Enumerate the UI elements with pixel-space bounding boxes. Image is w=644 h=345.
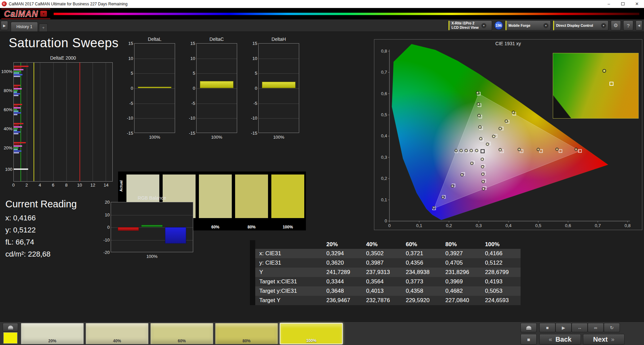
cie-x-tick-label: 0,3 (476, 223, 482, 228)
table-cell: 0,3987 (362, 258, 402, 268)
minimize-button[interactable]: – (602, 0, 616, 8)
transport-eject-button[interactable] (521, 323, 537, 332)
back-button[interactable]: «Back (539, 334, 581, 345)
transport-loop-button[interactable]: ↻ (604, 323, 620, 332)
deltae-ref-line-warn (34, 63, 34, 181)
cie-measured-marker (537, 148, 540, 151)
table-column-header: 40% (362, 240, 402, 249)
rgb-bar-red (118, 227, 139, 231)
deltae-x-tick-label: 6 (52, 183, 54, 188)
deltae-bar (14, 144, 20, 145)
delta-y-tick-label: -5 (249, 101, 257, 106)
gear-icon: ⚙ (613, 22, 618, 28)
cie-measured-marker (482, 180, 485, 183)
rgb-balance-chart: RGB Balance 20100-10-20 100% (101, 195, 195, 259)
table-cell: 0,4166 (481, 249, 521, 258)
pattern-swatch-20%[interactable]: 20% (21, 323, 84, 344)
cie-x-tick-label: 0,6 (565, 223, 571, 228)
deltae-bar-group (14, 85, 112, 96)
pattern-swatch-40%[interactable]: 40% (86, 323, 149, 344)
deltae-chart-title: DeltaE 2000 (13, 55, 113, 61)
table-cell: 0,3927 (441, 249, 481, 258)
current-pattern-swatch[interactable] (3, 332, 17, 344)
calman-logo[interactable]: CalMAN ▼ (1, 9, 50, 19)
logo-menu-chevron-icon[interactable]: ▼ (40, 11, 47, 17)
table-row: Y241,7289237,9313234,8938231,8296228,679… (253, 268, 521, 277)
table-corner-cell (253, 240, 322, 249)
delta-x-label: 100% (196, 135, 237, 140)
sweep-swatch-label: 100% (271, 225, 305, 229)
help-button[interactable]: ? (623, 20, 633, 30)
deltae-bar (14, 71, 21, 72)
settings-gear-button[interactable]: ⚙ (611, 20, 621, 30)
transport-big-stop-button[interactable]: ■ (521, 334, 537, 345)
cie-x-tick-label: 0,2 (446, 223, 452, 228)
pattern-swatch-100%[interactable]: 100% (280, 323, 343, 344)
cie-measured-marker (556, 148, 558, 151)
next-button[interactable]: Next» (583, 334, 625, 345)
cie-measured-marker (481, 158, 484, 161)
deltae-bar (14, 93, 20, 94)
transport-measure-button[interactable]: ↔ (572, 323, 588, 332)
table-cell: 231,8296 (441, 268, 481, 277)
delta-y-tick-label: -10 (249, 116, 257, 121)
table-column-header: 80% (441, 240, 481, 249)
deltae-bar (14, 114, 17, 115)
table-row-label: Target y:CIE31 (253, 286, 322, 296)
saturation-results-table: 20%40%60%80%100%x: CIE310,32940,35020,37… (250, 240, 523, 305)
calman-wordmark: CalMAN (4, 10, 38, 18)
rgb-chart-title: RGB Balance (111, 195, 193, 201)
cie-y-tick-label: 0,2 (381, 176, 387, 181)
add-tab-button[interactable]: + (39, 23, 48, 31)
delta-plot-area: 151050-5-10-15 (134, 43, 175, 133)
rgb-gridline (111, 215, 193, 215)
cie-y-tick-label: 0,5 (381, 112, 387, 117)
deltae-bar (14, 104, 22, 105)
deltae-gridline (106, 63, 106, 181)
table-cell: 0,4705 (441, 258, 481, 268)
cie-measured-marker (482, 188, 485, 190)
delta-y-tick-label: 0 (124, 86, 133, 91)
window-controls: – ✕ (602, 0, 644, 8)
cie-measured-marker (465, 149, 468, 152)
deltae-gridline (27, 63, 27, 181)
meter-selector[interactable]: X-Rite i1Pro 2 LCD Direct View ▼ (448, 20, 492, 30)
transport-play-button[interactable]: ▶ (555, 323, 572, 332)
source-selector[interactable]: Mobile Forge ▼ (505, 20, 551, 30)
pattern-swatch-60%[interactable]: 60% (150, 323, 213, 344)
deltae-bar (14, 168, 28, 170)
rgb-plot-area: 20100-10-20 (111, 202, 193, 252)
display-control-selector[interactable]: Direct Display Control ▼ (553, 20, 608, 30)
deltae-x-tick-label: 12 (91, 183, 95, 188)
deltae-bar (14, 85, 20, 86)
pattern-window-button[interactable] (3, 323, 18, 332)
rgb-y-tick-label: -20 (101, 250, 110, 255)
deltae-gridline (40, 63, 40, 181)
maximize-button[interactable] (616, 0, 630, 8)
chevron-left-icon: ◀ (638, 24, 640, 27)
sidebar-expander-button[interactable]: ▶ (1, 21, 8, 30)
tab-history-1[interactable]: History 1 (11, 22, 38, 31)
collapse-panel-button[interactable]: ◀ (636, 20, 642, 30)
cie-measured-marker (455, 149, 458, 152)
deltae-y-label: 20% (0, 145, 12, 150)
deltae-bar (14, 106, 18, 107)
table-cell: 0,3502 (362, 249, 402, 258)
delta-y-tick-label: -15 (186, 131, 195, 136)
tabbar-right-controls: X-Rite i1Pro 2 LCD Direct View ▼ 196 Mob… (448, 20, 642, 30)
deltae-bar (14, 76, 20, 77)
transport-stop-button[interactable]: ■ (539, 323, 555, 332)
meter-count-badge[interactable]: 196 (494, 21, 503, 30)
deltae-2000-chart: DeltaE 2000 100%80%60%40%20%100 02468101… (13, 55, 113, 189)
sweep-swatch-label: 60% (199, 225, 232, 229)
close-button[interactable]: ✕ (630, 0, 644, 8)
deltae-bar (14, 67, 21, 69)
cie-measured-marker (432, 206, 435, 209)
pattern-swatch-80%[interactable]: 80% (215, 323, 278, 344)
transport-continuous-button[interactable]: ∞ (588, 323, 604, 332)
delta-chart-deltac: DeltaC151050-5-10-15100% (196, 37, 237, 140)
delta-plot-area: 151050-5-10-15 (258, 43, 299, 133)
delta-gridline (135, 104, 175, 104)
table-cell: 0,4358 (402, 286, 441, 296)
table-cell: 0,5122 (481, 258, 521, 268)
